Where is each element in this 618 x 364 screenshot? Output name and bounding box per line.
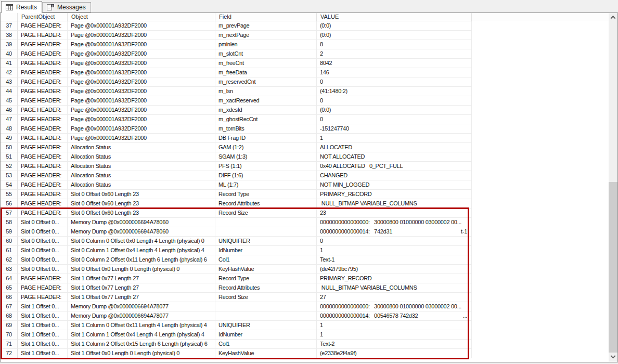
cell-field[interactable] [215, 302, 317, 311]
cell-object[interactable]: Slot 0 Offset 0x0 Length 0 Length (physi… [68, 265, 215, 274]
cell-object[interactable]: Allocation Status [68, 152, 215, 162]
table-row[interactable]: 62 Slot 0 Offset 0... Slot 0 Column 2 Of… [1, 255, 617, 265]
cell-field[interactable]: m_slotCnt [215, 49, 317, 59]
cell-value[interactable]: 23 [317, 209, 472, 218]
row-number[interactable]: 50 [1, 143, 18, 152]
cell-object[interactable]: Slot 0 Column 1 Offset 0x4 Length 4 Leng… [68, 246, 215, 255]
row-number[interactable]: 46 [1, 106, 18, 115]
table-row[interactable]: 49 PAGE HEADER: Page @0x000001A932DF2000… [1, 134, 617, 143]
table-row[interactable]: 53 PAGE HEADER: Allocation Status DIFF (… [1, 171, 617, 180]
cell-value[interactable]: CHANGED [317, 171, 472, 180]
table-row[interactable]: 43 PAGE HEADER: Page @0x000001A932DF2000… [1, 77, 617, 87]
cell-object[interactable]: Page @0x000001A932DF2000 [68, 115, 215, 124]
cell-parentobject[interactable]: PAGE HEADER: [18, 134, 68, 143]
row-number[interactable]: 60 [1, 237, 18, 246]
cell-object[interactable]: Slot 1 Column 0 Offset 0x11 Length 4 Len… [68, 321, 215, 330]
cell-field[interactable] [215, 227, 317, 237]
table-row[interactable]: 39 PAGE HEADER: Page @0x000001A932DF2000… [1, 40, 617, 49]
cell-object[interactable]: Page @0x000001A932DF2000 [68, 59, 215, 68]
cell-parentobject[interactable]: PAGE HEADER: [18, 171, 68, 180]
cell-parentobject[interactable]: PAGE HEADER: [18, 77, 68, 87]
cell-parentobject[interactable]: PAGE HEADER: [18, 49, 68, 59]
row-number[interactable]: 38 [1, 31, 18, 40]
cell-field[interactable]: PFS (1:1) [215, 162, 317, 171]
cell-parentobject[interactable]: PAGE HEADER: [18, 199, 68, 209]
cell-field[interactable]: m_nextPage [215, 31, 317, 40]
cell-object[interactable]: Page @0x000001A932DF2000 [68, 106, 215, 115]
row-number[interactable]: 40 [1, 49, 18, 59]
vertical-scrollbar[interactable] [609, 13, 617, 362]
col-header-field[interactable]: Field [215, 13, 317, 21]
table-row[interactable]: 64 PAGE HEADER: Slot 1 Offset 0x77 Lengt… [1, 274, 617, 283]
cell-field[interactable]: UNIQUIFIER [215, 237, 317, 246]
cell-object[interactable]: Slot 0 Column 2 Offset 0x11 Length 6 Len… [68, 255, 215, 265]
table-row[interactable]: 42 PAGE HEADER: Page @0x000001A932DF2000… [1, 68, 617, 77]
cell-parentobject[interactable]: PAGE HEADER: [18, 59, 68, 68]
row-number[interactable]: 66 [1, 293, 18, 302]
table-row[interactable]: 61 Slot 0 Offset 0... Slot 0 Column 1 Of… [1, 246, 617, 255]
table-row[interactable]: 63 Slot 0 Offset 0... Slot 0 Offset 0x0 … [1, 265, 617, 274]
scroll-down-button[interactable] [609, 353, 617, 362]
cell-parentobject[interactable]: Slot 0 Offset 0... [18, 246, 68, 255]
cell-object[interactable]: Slot 1 Offset 0x77 Length 27 [68, 293, 215, 302]
row-number[interactable]: 52 [1, 162, 18, 171]
row-number[interactable]: 56 [1, 199, 18, 209]
cell-value[interactable]: 0 [317, 96, 472, 106]
row-header-corner[interactable] [1, 13, 18, 21]
cell-object[interactable]: Page @0x000001A932DF2000 [68, 77, 215, 87]
cell-parentobject[interactable]: PAGE HEADER: [18, 293, 68, 302]
cell-value[interactable]: 2 [317, 49, 472, 59]
row-number[interactable]: 61 [1, 246, 18, 255]
row-number[interactable]: 67 [1, 302, 18, 311]
row-number[interactable]: 65 [1, 283, 18, 293]
cell-parentobject[interactable]: PAGE HEADER: [18, 96, 68, 106]
cell-value[interactable]: (41:1480:2) [317, 87, 472, 96]
row-number[interactable]: 70 [1, 330, 18, 340]
row-number[interactable]: 55 [1, 190, 18, 199]
cell-object[interactable]: Allocation Status [68, 143, 215, 152]
cell-value[interactable]: NOT ALLOCATED [317, 152, 472, 162]
cell-value[interactable]: NOT MIN_LOGGED [317, 180, 472, 190]
cell-value[interactable]: Text-2 [317, 340, 472, 349]
cell-parentobject[interactable]: Slot 0 Offset 0... [18, 255, 68, 265]
cell-field[interactable]: m_ghostRecCnt [215, 115, 317, 124]
cell-field[interactable]: m_lsn [215, 87, 317, 96]
cell-field[interactable]: Col1 [215, 340, 317, 349]
cell-object[interactable]: Allocation Status [68, 171, 215, 180]
table-row[interactable]: 66 PAGE HEADER: Slot 1 Offset 0x77 Lengt… [1, 293, 617, 302]
cell-field[interactable]: Record Size [215, 209, 317, 218]
row-number[interactable]: 69 [1, 321, 18, 330]
cell-field[interactable] [215, 218, 317, 227]
cell-object[interactable]: Page @0x000001A932DF2000 [68, 134, 215, 143]
cell-object[interactable]: Slot 1 Column 2 Offset 0x15 Length 6 Len… [68, 340, 215, 349]
cell-parentobject[interactable]: PAGE HEADER: [18, 162, 68, 171]
cell-field[interactable]: Record Attributes [215, 283, 317, 293]
cell-value[interactable]: 1 [317, 330, 472, 340]
cell-parentobject[interactable]: PAGE HEADER: [18, 68, 68, 77]
table-row[interactable]: 72 Slot 1 Offset 0... Slot 1 Offset 0x0 … [1, 349, 617, 358]
cell-field[interactable]: KeyHashValue [215, 265, 317, 274]
cell-parentobject[interactable]: PAGE HEADER: [18, 152, 68, 162]
cell-value[interactable]: 1 [317, 134, 472, 143]
row-number[interactable]: 51 [1, 152, 18, 162]
table-row[interactable]: 70 Slot 1 Offset 0... Slot 1 Column 1 Of… [1, 330, 617, 340]
table-row[interactable]: 45 PAGE HEADER: Page @0x000001A932DF2000… [1, 96, 617, 106]
table-row[interactable]: 60 Slot 0 Offset 0... Slot 0 Column 0 Of… [1, 237, 617, 246]
cell-value[interactable]: (0:0) [317, 31, 472, 40]
cell-value[interactable]: PRIMARY_RECORD [317, 190, 472, 199]
cell-field[interactable]: Record Type [215, 190, 317, 199]
cell-parentobject[interactable]: Slot 0 Offset 0... [18, 237, 68, 246]
cell-value[interactable]: NULL_BITMAP VARIABLE_COLUMNS [317, 199, 472, 209]
cell-field[interactable]: m_prevPage [215, 21, 317, 31]
table-row[interactable]: 37 PAGE HEADER: Page @0x000001A932DF2000… [1, 21, 617, 31]
cell-object[interactable]: Slot 0 Column 0 Offset 0x0 Length 4 Leng… [68, 237, 215, 246]
tab-messages[interactable]: Messages [42, 2, 91, 12]
cell-parentobject[interactable]: PAGE HEADER: [18, 190, 68, 199]
row-number[interactable]: 39 [1, 40, 18, 49]
cell-parentobject[interactable]: PAGE HEADER: [18, 106, 68, 115]
table-row[interactable]: 67 Slot 1 Offset 0... Memory Dump @0x000… [1, 302, 617, 311]
cell-value[interactable]: -151247740 [317, 124, 472, 134]
cell-object[interactable]: Page @0x000001A932DF2000 [68, 21, 215, 31]
row-number[interactable]: 63 [1, 265, 18, 274]
table-row[interactable]: 40 PAGE HEADER: Page @0x000001A932DF2000… [1, 49, 617, 59]
